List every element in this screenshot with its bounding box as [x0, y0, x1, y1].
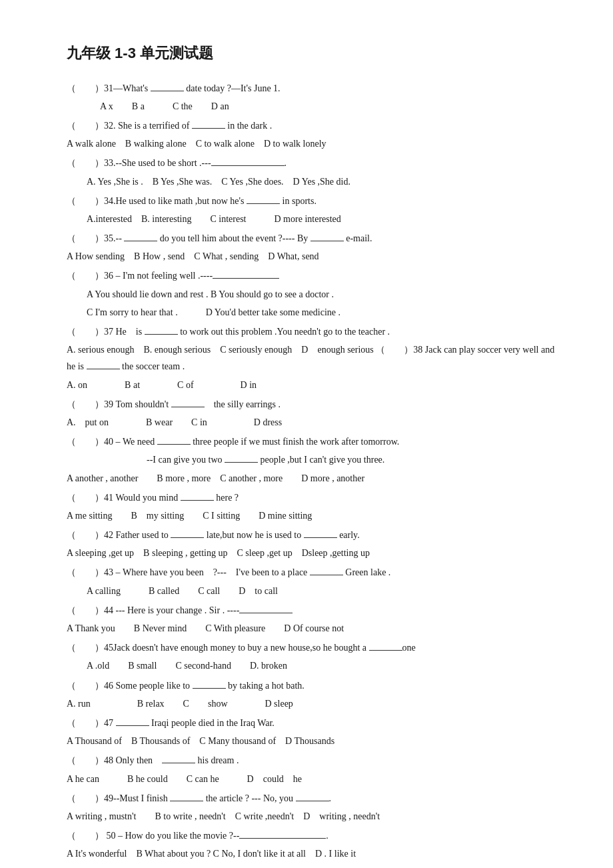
question-44: （ ）44 --- Here is your change . Sir . --…: [67, 602, 560, 637]
q39-stem: （ ）39 Tom shouldn't the silly earrings .: [67, 396, 560, 413]
q48-stem: （ ）48 Only then his dream .: [67, 752, 560, 769]
q33-options: A. Yes ,She is . B Yes ,She was. C Yes ,…: [67, 173, 560, 190]
question-36: （ ）36 – I'm not feeling well .---- A You…: [67, 267, 560, 321]
question-45: （ ）45Jack doesn't have enough money to b…: [67, 639, 560, 674]
question-42: （ ）42 Father used to late,but now he is …: [67, 527, 560, 561]
q42-options: A sleeping ,get up B sleeping , getting …: [67, 545, 560, 561]
q40-stem: （ ）40 – We need three people if we must …: [67, 433, 560, 450]
q47-options: A Thousand of B Thousands of C Many thou…: [67, 733, 560, 749]
question-37: （ ）37 He is to work out this problem .Yo…: [67, 323, 560, 393]
q34-options: A.interested B. interesting C interest D…: [67, 211, 560, 227]
q32-stem: （ ）32. She is a terrified of in the dark…: [67, 117, 560, 134]
q31-stem: （ ）31—What's date today ?—It's June 1.: [67, 80, 560, 97]
q35-options: A How sending B How , send C What , send…: [67, 248, 560, 265]
page-title: 九年级 1-3 单元测试题: [67, 40, 560, 67]
q44-stem: （ ）44 --- Here is your change . Sir . --…: [67, 602, 560, 619]
q45-stem: （ ）45Jack doesn't have enough money to b…: [67, 639, 560, 656]
q37-options: A. serious enough B. enough serious C se…: [67, 341, 560, 375]
q43-options: A calling B called C call D to call: [67, 583, 560, 599]
q31-options: A x B a C the D an: [67, 98, 560, 115]
question-50: （ ） 50 – How do you like the movie ?--. …: [67, 827, 560, 862]
q41-options: A me sitting B my sitting C I sitting D …: [67, 507, 560, 524]
q42-stem: （ ）42 Father used to late,but now he is …: [67, 527, 560, 543]
question-32: （ ）32. She is a terrified of in the dark…: [67, 117, 560, 152]
q32-options: A walk alone B walking alone C to walk a…: [67, 135, 560, 152]
question-33: （ ）33.--She used to be short .---. A. Ye…: [67, 155, 560, 189]
q44-options: A Thank you B Never mind C With pleasure…: [67, 620, 560, 637]
question-41: （ ）41 Would you mind here ? A me sitting…: [67, 489, 560, 524]
q50-stem: （ ） 50 – How do you like the movie ?--.: [67, 827, 560, 844]
questions-container: （ ）31—What's date today ?—It's June 1. A…: [67, 80, 560, 863]
q35-stem: （ ）35.-- do you tell him about the event…: [67, 230, 560, 247]
q38-options: A. on B at C of D in: [67, 377, 560, 393]
question-40: （ ）40 – We need three people if we must …: [67, 433, 560, 487]
q40-options: A another , another B more , more C anot…: [67, 470, 560, 487]
question-34: （ ）34.He used to like math ,but now he's…: [67, 193, 560, 227]
q41-stem: （ ）41 Would you mind here ?: [67, 489, 560, 506]
question-46: （ ）46 Some people like to by taking a ho…: [67, 677, 560, 712]
q37-stem: （ ）37 He is to work out this problem .Yo…: [67, 323, 560, 340]
q46-options: A. run B relax C show D sleep: [67, 695, 560, 712]
q43-stem: （ ）43 – Where have you been ?--- I've be…: [67, 564, 560, 581]
question-49: （ ）49--Must I finish the article ? --- N…: [67, 790, 560, 825]
q36-stem: （ ）36 – I'm not feeling well .----: [67, 267, 560, 284]
q40-sub: --I can give you two people ,but I can't…: [67, 451, 560, 468]
q34-stem: （ ）34.He used to like math ,but now he's…: [67, 193, 560, 209]
q46-stem: （ ）46 Some people like to by taking a ho…: [67, 677, 560, 694]
q50-options: A It's wonderful B What about you ? C No…: [67, 845, 560, 862]
question-31: （ ）31—What's date today ?—It's June 1. A…: [67, 80, 560, 115]
question-48: （ ）48 Only then his dream . A he can B h…: [67, 752, 560, 787]
question-43: （ ）43 – Where have you been ?--- I've be…: [67, 564, 560, 599]
q48-options: A he can B he could C can he D could he: [67, 771, 560, 787]
question-35: （ ）35.-- do you tell him about the event…: [67, 230, 560, 265]
question-47: （ ）47 Iraqi people died in the Iraq War.…: [67, 715, 560, 749]
q36-options-b: C I'm sorry to hear that . D You'd bette…: [67, 304, 560, 321]
q33-stem: （ ）33.--She used to be short .---.: [67, 155, 560, 171]
question-39: （ ）39 Tom shouldn't the silly earrings .…: [67, 396, 560, 431]
q49-options: A writing , mustn't B to write , needn't…: [67, 808, 560, 825]
q49-stem: （ ）49--Must I finish the article ? --- N…: [67, 790, 560, 807]
q47-stem: （ ）47 Iraqi people died in the Iraq War.: [67, 715, 560, 731]
q39-options: A. put on B wear C in D dress: [67, 414, 560, 431]
q36-options-a: A You should lie down and rest . B You s…: [67, 286, 560, 303]
q45-options: A .old B small C second-hand D. broken: [67, 657, 560, 674]
